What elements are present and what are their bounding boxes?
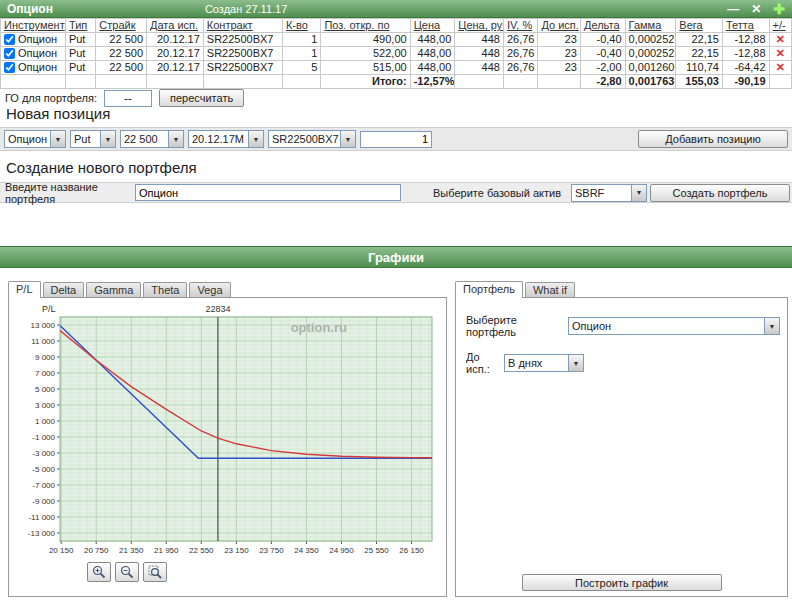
svg-text:24 950: 24 950 [329,546,354,555]
np-expiry-select[interactable]: 20.12.17М ▼ [188,130,264,148]
charts-section-header: Графики [0,246,792,268]
cell-vega: 22,15 [676,33,723,47]
chevron-down-icon: ▼ [764,318,779,334]
np-qty-input[interactable] [360,131,432,148]
row-checkbox[interactable] [4,34,15,45]
window-controls: — ✕ ✚ [727,1,785,17]
svg-text:22834: 22834 [205,304,230,314]
column-header-type[interactable]: Тип [65,19,95,33]
cell-open: 490,00 [321,33,410,47]
svg-text:-3 000: -3 000 [32,449,55,458]
cell-expiry: 20.12.17 [147,61,204,75]
chevron-down-icon: ▼ [568,355,583,371]
tab-gamma[interactable]: Gamma [86,282,141,298]
svg-text:22 550: 22 550 [189,546,214,555]
totals-gamma: 0,001763 [625,75,676,89]
tab-pl[interactable]: P/L [8,281,41,298]
column-header-delta[interactable]: Дельта [580,19,625,33]
column-header-open[interactable]: Поз. откр. по [321,19,410,33]
pl-chart-plot[interactable]: 20 15020 75021 35021 95022 55023 15023 7… [12,301,438,559]
positions-table: Инструмент Тип Страйк Дата исп. Контракт… [0,18,792,89]
totals-label: Итого: [321,75,410,89]
tab-vega[interactable]: Vega [189,282,230,298]
column-header-price[interactable]: Цена [410,19,455,33]
cell-delta: -0,40 [580,47,625,61]
base-asset-select[interactable]: SBRF ▼ [571,184,647,202]
zoom-in-button[interactable] [87,562,111,582]
portfolio-name-input[interactable] [135,184,401,201]
cell-days: 23 [538,47,581,61]
np-contract-select[interactable]: SR22500BX7 ▼ [268,130,356,148]
cell-qty: 1 [282,33,321,47]
row-checkbox[interactable] [4,48,15,59]
np-type-select[interactable]: Put ▼ [70,130,116,148]
cell-days: 23 [538,33,581,47]
column-header-instrument[interactable]: Инструмент [1,19,66,33]
column-header-plusminus[interactable]: +/- [769,19,791,33]
cell-contract: SR22500BX7 [203,61,282,75]
cell-theta: -12,88 [722,47,769,61]
go-input[interactable] [104,90,152,107]
svg-text:11 000: 11 000 [31,337,55,346]
window-titlebar: Опцион Создан 27.11.17 — ✕ ✚ [0,0,792,18]
svg-text:7 000: 7 000 [35,369,56,378]
remove-position-button[interactable]: ✕ [773,33,788,46]
recalculate-button[interactable]: пересчитать [159,89,244,107]
cell-iv: 26,76 [503,33,537,47]
window-title: Опцион [7,2,53,16]
table-row: Опцион Put 22 500 20.12.17 SR22500BX7 1 … [1,33,792,47]
cell-theta: -64,42 [722,61,769,75]
chevron-down-icon: ▼ [340,131,355,147]
cell-price: 448,00 [410,47,455,61]
portfolio-select[interactable]: Опцион ▼ [568,317,780,335]
column-header-contract[interactable]: Контракт [203,19,282,33]
chevron-down-icon: ▼ [168,131,183,147]
portfolio-select-label: Выберите портфель [466,314,568,338]
zoom-select-button[interactable] [143,562,167,582]
cell-vega: 22,15 [676,47,723,61]
created-date: Создан 27.11.17 [205,3,287,15]
create-portfolio-button[interactable]: Создать портфель [650,184,790,202]
zoom-select-icon [148,565,162,579]
cell-vega: 110,74 [676,61,723,75]
cell-type: Put [65,33,95,47]
row-checkbox[interactable] [4,62,15,73]
np-instrument-select[interactable]: Опцион ▼ [4,130,66,148]
tab-portfolio[interactable]: Портфель [455,281,523,298]
cell-expiry: 20.12.17 [147,33,204,47]
totals-theta: -90,19 [722,75,769,89]
cell-strike: 22 500 [96,47,147,61]
column-header-theta[interactable]: Тетта [722,19,769,33]
svg-text:-1 000: -1 000 [32,433,55,442]
add-position-button[interactable]: Добавить позицию [638,130,788,148]
close-icon[interactable]: ✕ [751,1,761,17]
cell-delta: -0,40 [580,33,625,47]
column-header-days[interactable]: До исп. [538,19,581,33]
days-select[interactable]: В днях ▼ [504,354,584,372]
tab-what-if[interactable]: What if [525,282,575,298]
minimize-icon[interactable]: — [727,1,739,17]
column-header-vega[interactable]: Вега [676,19,723,33]
go-label: ГО для портфеля: [5,92,97,104]
remove-position-button[interactable]: ✕ [773,47,788,60]
cell-strike: 22 500 [96,61,147,75]
portfolio-select-row: Выберите портфель Опцион ▼ [466,314,787,338]
column-header-gamma[interactable]: Гамма [625,19,676,33]
zoom-out-button[interactable] [115,562,139,582]
tab-theta[interactable]: Theta [143,282,187,298]
column-header-qty[interactable]: К-во [282,19,321,33]
remove-position-button[interactable]: ✕ [773,61,788,74]
totals-percent: -12,57% [410,75,455,89]
svg-text:9 000: 9 000 [35,353,56,362]
column-header-strike[interactable]: Страйк [96,19,147,33]
tab-delta[interactable]: Delta [43,282,85,298]
column-header-expiry[interactable]: Дата исп. [147,19,204,33]
build-chart-button[interactable]: Построить график [522,574,722,591]
add-portfolio-icon[interactable]: ✚ [773,1,785,17]
column-header-iv[interactable]: IV, % [503,19,537,33]
cell-type: Put [65,47,95,61]
cell-strike: 22 500 [96,33,147,47]
np-strike-select[interactable]: 22 500 ▼ [120,130,184,148]
cell-instrument: Опцион [1,47,66,61]
column-header-price-rub[interactable]: Цена, руб. [455,19,504,33]
